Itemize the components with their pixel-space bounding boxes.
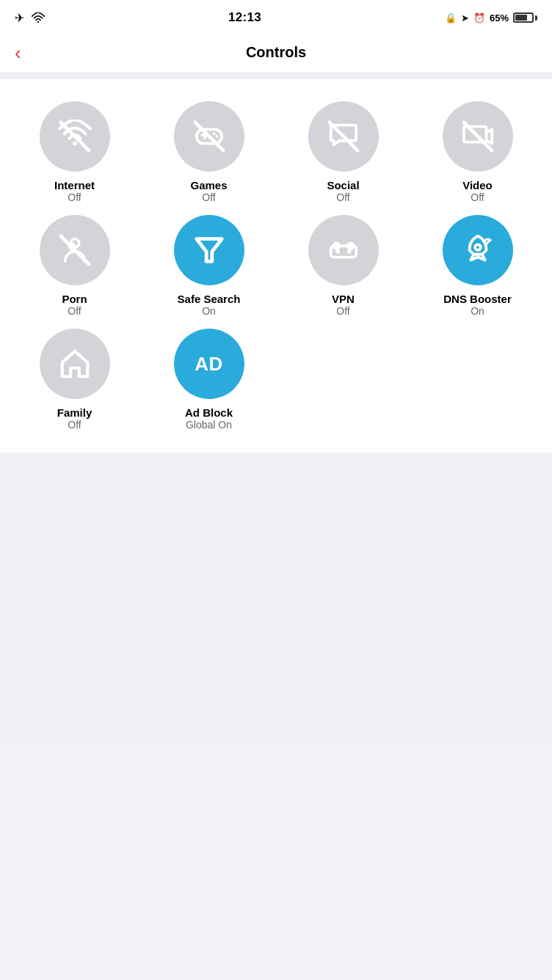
control-dns-booster[interactable]: DNS Booster On — [410, 215, 545, 317]
wifi-icon — [32, 12, 45, 23]
games-circle — [174, 101, 244, 172]
svg-point-6 — [212, 132, 215, 135]
control-social[interactable]: Social Off — [276, 101, 410, 203]
social-icon — [327, 120, 360, 153]
control-video[interactable]: Video Off — [410, 101, 545, 203]
svg-point-2 — [73, 142, 77, 146]
battery-icon — [513, 12, 537, 23]
controls-container: Internet Off Games Off — [0, 79, 552, 453]
control-games[interactable]: Games Off — [142, 101, 276, 203]
internet-icon — [58, 120, 92, 153]
battery-percentage: 65% — [490, 12, 509, 23]
back-button[interactable]: ‹ — [15, 43, 21, 62]
controls-grid: Internet Off Games Off — [7, 94, 545, 438]
svg-point-19 — [335, 249, 340, 254]
svg-line-8 — [195, 122, 222, 150]
svg-point-21 — [475, 244, 481, 250]
control-vpn[interactable]: VPN Off — [276, 215, 410, 317]
social-label: Social Off — [327, 179, 359, 203]
family-icon — [58, 347, 92, 381]
lock-icon: 🔒 — [445, 12, 457, 23]
control-family[interactable]: Family Off — [7, 329, 142, 431]
video-icon — [461, 120, 495, 153]
ad-block-circle: AD — [174, 329, 244, 399]
vpn-icon — [327, 233, 360, 267]
porn-circle — [40, 215, 110, 285]
svg-marker-14 — [196, 239, 222, 262]
control-safe-search[interactable]: Safe Search On — [142, 215, 276, 317]
games-label: Games Off — [190, 179, 227, 203]
ad-block-text: AD — [195, 353, 223, 376]
svg-point-7 — [215, 135, 218, 138]
page-title: Controls — [246, 44, 306, 61]
ad-block-label: Ad Block Global On — [185, 406, 233, 431]
status-time: 12:13 — [228, 10, 261, 25]
vpn-circle — [308, 215, 379, 285]
video-circle — [443, 101, 513, 172]
divider-top — [0, 73, 552, 79]
games-icon — [192, 120, 226, 153]
airplane-icon: ✈ — [15, 11, 24, 25]
dns-booster-label: DNS Booster On — [443, 293, 512, 317]
status-bar: ✈ 12:13 🔒 ➤ ⏰ 65% — [0, 0, 552, 32]
dns-booster-circle — [443, 215, 513, 285]
control-ad-block[interactable]: AD Ad Block Global On — [142, 329, 276, 431]
svg-point-0 — [37, 21, 39, 23]
porn-icon — [58, 233, 92, 267]
location-icon: ➤ — [461, 12, 469, 23]
safe-search-label: Safe Search On — [178, 293, 241, 317]
internet-circle — [40, 101, 110, 172]
video-label: Video Off — [462, 179, 493, 203]
status-left: ✈ — [15, 11, 45, 25]
safe-search-circle — [174, 215, 244, 285]
control-porn[interactable]: Porn Off — [7, 215, 142, 317]
alarm-icon: ⏰ — [473, 12, 485, 23]
svg-point-20 — [346, 249, 351, 254]
porn-label: Porn Off — [62, 293, 87, 317]
vpn-label: VPN Off — [332, 293, 355, 317]
family-circle — [40, 329, 110, 399]
bottom-area — [0, 453, 552, 746]
control-internet[interactable]: Internet Off — [7, 101, 142, 203]
internet-label: Internet Off — [54, 179, 95, 203]
family-label: Family Off — [57, 406, 92, 431]
nav-bar: ‹ Controls — [0, 32, 552, 73]
social-circle — [308, 101, 379, 172]
dns-booster-icon — [461, 233, 495, 267]
status-right: 🔒 ➤ ⏰ 65% — [445, 12, 537, 23]
safe-search-icon — [192, 233, 226, 267]
